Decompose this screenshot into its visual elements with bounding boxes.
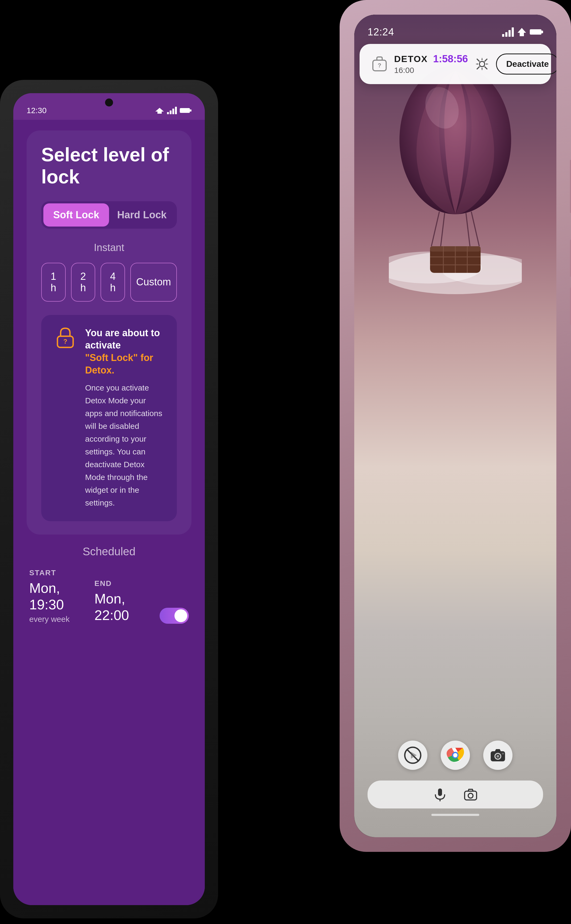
toggle-knob	[174, 609, 187, 622]
svg-rect-38	[438, 788, 442, 796]
svg-line-8	[471, 212, 479, 246]
front-phone: 12:30 Sel	[0, 80, 218, 918]
lock-icon-container: ?	[54, 327, 76, 348]
svg-point-41	[468, 793, 473, 798]
svg-marker-42	[155, 108, 164, 114]
lock-icon: ?	[55, 327, 75, 348]
info-title-plain: You are about to activate	[85, 327, 160, 351]
svg-rect-43	[167, 112, 169, 114]
svg-marker-20	[517, 28, 526, 36]
lock-selection-card: Select level of lock Soft Lock Hard Lock…	[26, 130, 191, 534]
detox-widget: ? DETOX 1:58:56 16:00	[360, 44, 551, 84]
svg-line-6	[441, 213, 444, 246]
activation-info-box: ? You are about to activate "Soft Lock" …	[41, 315, 177, 521]
scheduled-label: Scheduled	[29, 545, 189, 558]
schedule-start: START Mon, 19:30 every week	[29, 569, 79, 624]
svg-text:?: ?	[378, 62, 381, 69]
chrome-app-icon[interactable]	[441, 741, 470, 770]
search-bar[interactable]	[367, 780, 543, 808]
time-option-1h[interactable]: 1 h	[41, 263, 66, 302]
detox-widget-timer: 1:58:56	[433, 53, 468, 65]
svg-line-5	[431, 212, 439, 246]
soft-lock-tab[interactable]: Soft Lock	[43, 203, 109, 226]
deactivate-button[interactable]: Deactivate	[496, 54, 557, 74]
front-phone-screen: 12:30 Sel	[13, 93, 205, 905]
svg-rect-48	[190, 110, 191, 111]
dock-area	[354, 730, 556, 837]
detox-icon: ?	[372, 56, 387, 72]
hard-lock-tab[interactable]: Hard Lock	[109, 203, 175, 226]
svg-rect-23	[542, 31, 543, 33]
vol-up-button[interactable]	[570, 240, 571, 277]
svg-rect-19	[512, 28, 514, 37]
chrome-icon	[446, 746, 465, 765]
camera-icon	[489, 746, 507, 765]
front-wifi-icon	[155, 107, 164, 114]
balloon-image	[389, 54, 522, 294]
svg-point-33	[453, 753, 457, 757]
back-phone-status-icons	[502, 28, 543, 37]
camera-app-icon[interactable]	[483, 741, 512, 770]
scheduled-section: Scheduled START Mon, 19:30 every week EN…	[26, 545, 191, 624]
home-indicator-back	[431, 814, 479, 816]
front-status-icons	[155, 107, 191, 114]
schedule-toggle[interactable]	[160, 608, 189, 624]
schedule-row: START Mon, 19:30 every week END Mon, 22:…	[29, 569, 189, 624]
lock-type-tabs: Soft Lock Hard Lock	[41, 201, 177, 229]
back-phone-display: 12:24	[354, 15, 556, 837]
time-option-4h[interactable]: 4 h	[100, 263, 125, 302]
screen-content: Select level of lock Soft Lock Hard Lock…	[13, 120, 205, 905]
back-phone-time: 12:24	[367, 26, 394, 38]
detox-widget-gear[interactable]	[475, 56, 489, 72]
front-phone-status-bar: 12:30	[13, 93, 205, 120]
svg-rect-45	[172, 108, 174, 114]
svg-rect-22	[530, 30, 541, 34]
power-button-right[interactable]	[570, 160, 571, 213]
no-entry-icon	[403, 746, 422, 765]
signal-icon	[502, 28, 514, 37]
svg-rect-17	[505, 32, 508, 37]
app-row	[367, 741, 543, 770]
time-option-2h[interactable]: 2 h	[71, 263, 96, 302]
back-phone-status-bar: 12:24	[354, 15, 556, 41]
back-phone: 12:24	[340, 0, 571, 852]
svg-rect-16	[502, 34, 504, 37]
svg-point-36	[497, 755, 499, 758]
detox-widget-info: DETOX 1:58:56 16:00	[394, 53, 468, 75]
svg-rect-37	[502, 753, 504, 754]
svg-rect-18	[509, 30, 511, 37]
back-phone-screen: 12:24	[354, 15, 556, 837]
screen-title: Select level of lock	[41, 144, 177, 188]
front-phone-time: 12:30	[26, 106, 46, 115]
svg-line-7	[466, 213, 470, 246]
activation-info-text: You are about to activate "Soft Lock" fo…	[85, 327, 164, 509]
camera-search-icon	[463, 787, 478, 802]
activation-info-title: You are about to activate "Soft Lock" fo…	[85, 327, 164, 377]
activation-info-body: Once you activate Detox Mode your apps a…	[85, 381, 164, 509]
start-label: START	[29, 569, 79, 577]
instant-label: Instant	[41, 242, 177, 254]
schedule-end: END Mon, 22:00	[94, 579, 144, 624]
svg-point-26	[479, 62, 485, 67]
detox-widget-title: DETOX	[394, 54, 428, 64]
time-option-custom[interactable]: Custom	[130, 263, 177, 302]
microphone-icon	[433, 787, 448, 802]
detox-widget-subtitle: 16:00	[394, 66, 468, 75]
end-label: END	[94, 579, 144, 588]
vol-down-button[interactable]	[570, 288, 571, 325]
svg-rect-44	[170, 110, 171, 114]
svg-rect-46	[175, 107, 177, 114]
blocked-app-icon[interactable]	[398, 741, 427, 770]
svg-rect-40	[465, 791, 477, 800]
detox-widget-icon: ?	[372, 55, 387, 73]
svg-rect-47	[180, 108, 190, 113]
gear-icon	[475, 57, 489, 71]
front-signal-icon	[167, 107, 177, 114]
time-options-row: 1 h 2 h 4 h Custom	[41, 263, 177, 302]
end-time: Mon, 22:00	[94, 590, 144, 624]
info-title-colored: "Soft Lock" for Detox.	[85, 352, 153, 376]
front-camera-notch	[105, 99, 113, 107]
battery-icon	[530, 28, 543, 36]
front-battery-icon	[180, 107, 191, 114]
wifi-icon	[517, 28, 526, 37]
